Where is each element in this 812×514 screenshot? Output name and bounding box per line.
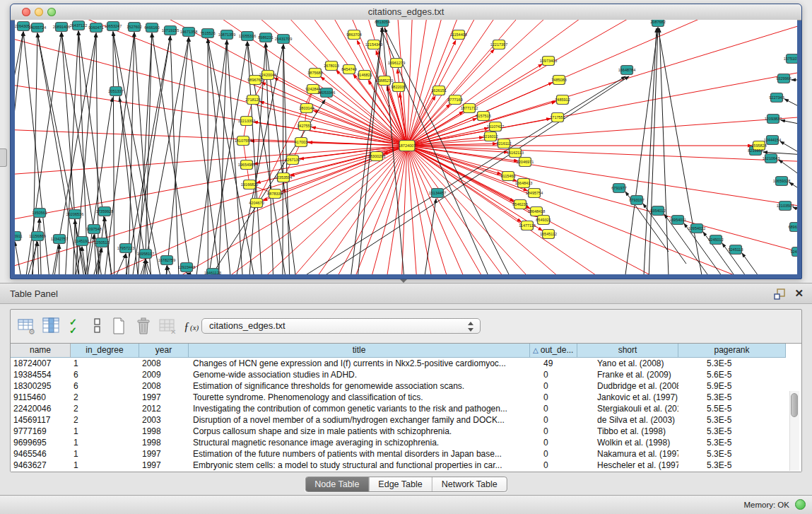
table-cell[interactable]: 14569117 [11, 414, 71, 426]
table-cell[interactable]: 0 [530, 460, 577, 471]
table-cell[interactable]: 19384554 [11, 369, 71, 380]
table-select-dropdown[interactable]: citations_edges.txt [201, 318, 481, 334]
table-row[interactable]: 2242004622012Investigating the contribut… [11, 403, 801, 414]
table-cell[interactable]: 6 [71, 369, 139, 380]
column-header-out-degree[interactable]: △out_de... [530, 344, 577, 358]
table-cell[interactable]: 0 [530, 403, 577, 414]
table-cell[interactable]: Franke et al. (2009) [577, 369, 678, 380]
table-cell[interactable]: Tibbo et al. (1998) [577, 426, 678, 437]
window-titlebar[interactable]: citations_edges.txt [11, 4, 801, 21]
table-cell[interactable]: de Silva et al. (2003) [577, 414, 678, 426]
table-cell[interactable]: 0 [530, 414, 577, 426]
table-cell[interactable]: 5.6E-5 [678, 369, 786, 380]
table-cell[interactable]: 1 [71, 358, 139, 369]
table-cell[interactable]: 1 [71, 448, 139, 460]
network-canvas[interactable]: 2264305114055724208914062643712290604711… [15, 20, 797, 274]
column-header-pagerank[interactable]: pagerank [678, 344, 786, 358]
zoom-window-icon[interactable] [47, 8, 56, 16]
table-settings-icon[interactable]: ⚙ [18, 317, 36, 335]
table-cell[interactable]: Nakamura et al. (1997) [577, 448, 678, 460]
column-header-year[interactable]: year [139, 344, 189, 358]
table-cell[interactable]: 22420046 [11, 403, 71, 414]
table-cell[interactable]: Dudbridge et al. (2008) [577, 380, 678, 392]
scrollbar-thumb[interactable] [791, 393, 798, 417]
table-cell[interactable]: 2012 [139, 403, 189, 414]
table-cell[interactable]: 5.3E-5 [678, 437, 786, 448]
table-cell[interactable]: 5.5E-5 [678, 403, 786, 414]
table-cell[interactable]: 5.3E-5 [678, 392, 786, 403]
show-columns-icon[interactable] [42, 317, 61, 335]
table-row[interactable]: 946554611997Estimation of the future num… [11, 448, 801, 460]
table-cell[interactable]: 1998 [139, 437, 189, 448]
table-cell[interactable]: 2003 [139, 414, 189, 426]
table-cell[interactable]: Genome-wide association studies in ADHD. [189, 369, 530, 380]
table-cell[interactable]: 49 [530, 358, 577, 369]
table-cell[interactable]: 0 [530, 392, 577, 403]
select-checks-icon[interactable]: ✓✓ [67, 317, 86, 335]
table-cell[interactable]: 6 [71, 380, 139, 392]
table-cell[interactable]: 0 [530, 380, 577, 392]
collapsed-panel-handle[interactable] [0, 148, 7, 167]
close-panel-icon[interactable]: ✕ [794, 287, 804, 300]
table-row[interactable]: 911546021997Tourette syndrome. Phenomeno… [11, 392, 801, 403]
table-cell[interactable]: 1 [71, 460, 139, 471]
table-row[interactable]: 969969511998Structural magnetic resonanc… [11, 437, 801, 448]
table-cell[interactable]: 2 [71, 414, 139, 426]
table-cell[interactable]: 2008 [139, 358, 189, 369]
table-cell[interactable]: 2 [71, 403, 139, 414]
column-header-name[interactable]: name [11, 344, 71, 358]
table-row[interactable]: 1938455462009Genome-wide association stu… [11, 369, 801, 380]
function-builder-icon[interactable]: ƒ(x) [182, 317, 201, 335]
table-cell[interactable]: Embryonic stem cells: a model to study s… [189, 460, 530, 471]
column-header-in-degree[interactable]: in_degree [71, 344, 139, 358]
table-cell[interactable]: 5.9E-5 [678, 380, 786, 392]
table-row[interactable]: 1830029562008Estimation of significance … [11, 380, 801, 392]
table-cell[interactable]: Stergiakouli et al. (2012) [577, 403, 678, 414]
table-cell[interactable]: 1998 [139, 426, 189, 437]
table-cell[interactable]: 2008 [139, 380, 189, 392]
table-cell[interactable]: Tourette syndrome. Phenomenology and cla… [189, 392, 530, 403]
table-cell[interactable]: Structural magnetic resonance image aver… [189, 437, 530, 448]
table-cell[interactable]: 0 [530, 369, 577, 380]
table-cell[interactable]: Wolkin et al. (1998) [577, 437, 678, 448]
tab-edge-table[interactable]: Edge Table [369, 477, 432, 491]
table-cell[interactable]: 1997 [139, 460, 189, 471]
table-cell[interactable]: 5.3E-5 [678, 414, 786, 426]
delete-attribute-icon[interactable] [134, 317, 153, 335]
minimize-window-icon[interactable] [35, 8, 43, 16]
table-cell[interactable]: Yano et al. (2008) [577, 358, 678, 369]
tab-node-table[interactable]: Node Table [305, 477, 369, 491]
table-cell[interactable]: 9465546 [11, 448, 71, 460]
table-cell[interactable]: 1 [71, 437, 139, 448]
table-row[interactable]: 977716911998Corpus callosum shape and si… [11, 426, 801, 437]
column-header-short[interactable]: short [577, 344, 678, 358]
table-cell[interactable]: Estimation of significance thresholds fo… [189, 380, 530, 392]
table-cell[interactable]: 18300295 [11, 380, 71, 392]
tab-network-table[interactable]: Network Table [433, 477, 507, 491]
table-cell[interactable]: 5.3E-5 [678, 460, 786, 471]
table-cell[interactable]: Investigating the contribution of common… [189, 403, 530, 414]
table-cell[interactable]: 1997 [139, 392, 189, 403]
table-cell[interactable]: 5.3E-5 [678, 358, 786, 369]
table-cell[interactable]: 0 [530, 448, 577, 460]
vertical-scrollbar[interactable] [789, 391, 799, 471]
table-cell[interactable]: 9463627 [11, 460, 71, 471]
table-cell[interactable]: 9699695 [11, 437, 71, 448]
table-cell[interactable]: 2009 [139, 369, 189, 380]
table-cell[interactable]: 5.3E-5 [678, 448, 786, 460]
table-cell[interactable]: 0 [530, 437, 577, 448]
table-cell[interactable]: 0 [530, 426, 577, 437]
float-panel-icon[interactable] [774, 288, 785, 300]
close-window-icon[interactable] [22, 8, 30, 16]
create-table-icon[interactable] [110, 317, 128, 335]
table-cell[interactable]: Corpus callosum shape and size in male p… [189, 426, 530, 437]
table-cell[interactable]: 1 [71, 426, 139, 437]
table-cell[interactable]: Estimation of the future numbers of pati… [189, 448, 530, 460]
table-row[interactable]: 946362711997Embryonic stem cells: a mode… [11, 460, 801, 471]
table-cell[interactable]: Jankovic et al. (1997) [577, 392, 678, 403]
table-cell[interactable]: Hescheler et al. (1997) [577, 460, 678, 471]
table-cell[interactable]: 9115460 [11, 392, 71, 403]
table-cell[interactable]: 18724007 [11, 358, 71, 369]
table-cell[interactable]: 5.3E-5 [678, 426, 786, 437]
table-cell[interactable]: Disruption of a novel member of a sodium… [189, 414, 530, 426]
